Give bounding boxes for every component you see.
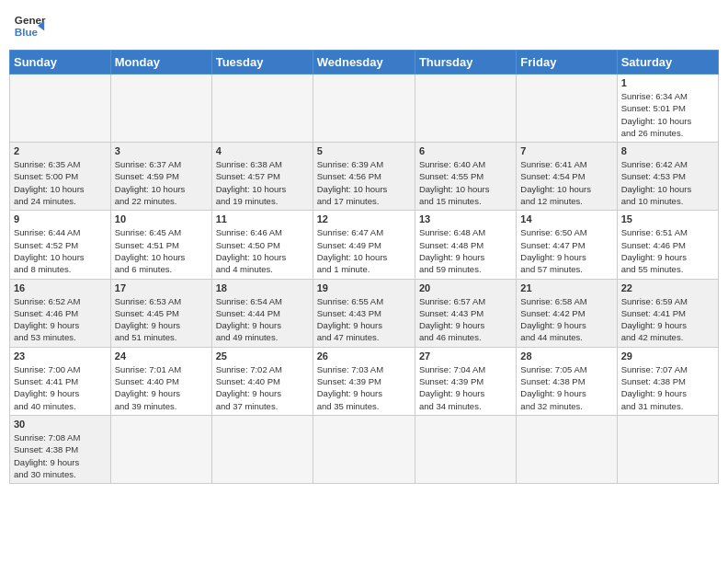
day-info: Sunrise: 6:58 AM Sunset: 4:42 PM Dayligh…	[520, 295, 612, 344]
day-number: 1	[621, 77, 714, 88]
day-number: 28	[520, 350, 612, 362]
logo: General Blue	[13, 9, 46, 42]
day-info: Sunrise: 7:08 AM Sunset: 4:38 PM Dayligh…	[14, 431, 107, 480]
day-info: Sunrise: 6:37 AM Sunset: 4:59 PM Dayligh…	[115, 158, 208, 207]
weekday-header-sunday: Sunday	[10, 51, 111, 75]
day-info: Sunrise: 6:52 AM Sunset: 4:46 PM Dayligh…	[14, 295, 107, 344]
day-number: 14	[520, 213, 612, 224]
day-info: Sunrise: 6:42 AM Sunset: 4:53 PM Dayligh…	[621, 158, 714, 207]
calendar-cell	[517, 75, 617, 143]
day-info: Sunrise: 6:55 AM Sunset: 4:43 PM Dayligh…	[317, 295, 411, 344]
calendar-cell: 2Sunrise: 6:35 AM Sunset: 5:00 PM Daylig…	[10, 143, 111, 211]
day-number: 5	[317, 145, 411, 156]
calendar-week-row-6: 30Sunrise: 7:08 AM Sunset: 4:38 PM Dayli…	[10, 415, 719, 483]
day-info: Sunrise: 7:05 AM Sunset: 4:38 PM Dayligh…	[520, 363, 612, 412]
calendar-cell: 12Sunrise: 6:47 AM Sunset: 4:49 PM Dayli…	[313, 211, 415, 279]
day-info: Sunrise: 6:57 AM Sunset: 4:43 PM Dayligh…	[419, 295, 512, 344]
calendar-cell: 4Sunrise: 6:38 AM Sunset: 4:57 PM Daylig…	[211, 143, 313, 211]
day-number: 7	[520, 145, 612, 156]
generalblue-logo-icon: General Blue	[13, 9, 46, 42]
weekday-header-saturday: Saturday	[617, 51, 718, 75]
calendar-cell: 6Sunrise: 6:40 AM Sunset: 4:55 PM Daylig…	[415, 143, 516, 211]
calendar-cell: 22Sunrise: 6:59 AM Sunset: 4:41 PM Dayli…	[617, 279, 718, 347]
day-info: Sunrise: 6:44 AM Sunset: 4:52 PM Dayligh…	[14, 226, 107, 275]
day-number: 19	[317, 282, 411, 293]
day-number: 27	[419, 350, 512, 362]
weekday-header-tuesday: Tuesday	[211, 51, 313, 75]
page-header: General Blue	[9, 9, 719, 42]
day-info: Sunrise: 7:03 AM Sunset: 4:39 PM Dayligh…	[317, 363, 411, 412]
calendar-week-row-2: 2Sunrise: 6:35 AM Sunset: 5:00 PM Daylig…	[10, 143, 719, 211]
calendar-cell	[415, 75, 516, 143]
calendar-cell: 17Sunrise: 6:53 AM Sunset: 4:45 PM Dayli…	[110, 279, 211, 347]
calendar-week-row-1: 1Sunrise: 6:34 AM Sunset: 5:01 PM Daylig…	[10, 75, 719, 143]
calendar-cell: 20Sunrise: 6:57 AM Sunset: 4:43 PM Dayli…	[415, 279, 516, 347]
day-info: Sunrise: 6:47 AM Sunset: 4:49 PM Dayligh…	[317, 226, 411, 275]
calendar-cell: 26Sunrise: 7:03 AM Sunset: 4:39 PM Dayli…	[313, 347, 415, 415]
calendar-table: SundayMondayTuesdayWednesdayThursdayFrid…	[9, 50, 719, 484]
calendar-cell: 1Sunrise: 6:34 AM Sunset: 5:01 PM Daylig…	[617, 75, 718, 143]
day-info: Sunrise: 6:35 AM Sunset: 5:00 PM Dayligh…	[14, 158, 107, 207]
calendar-cell	[211, 415, 313, 483]
day-info: Sunrise: 6:45 AM Sunset: 4:51 PM Dayligh…	[115, 226, 208, 275]
calendar-cell: 24Sunrise: 7:01 AM Sunset: 4:40 PM Dayli…	[110, 347, 211, 415]
calendar-cell: 7Sunrise: 6:41 AM Sunset: 4:54 PM Daylig…	[517, 143, 617, 211]
day-number: 15	[621, 213, 714, 224]
day-number: 9	[14, 213, 107, 224]
day-number: 12	[317, 213, 411, 224]
day-number: 24	[115, 350, 208, 362]
day-number: 30	[14, 419, 107, 430]
day-info: Sunrise: 7:01 AM Sunset: 4:40 PM Dayligh…	[115, 363, 208, 412]
weekday-header-friday: Friday	[517, 51, 617, 75]
calendar-cell: 11Sunrise: 6:46 AM Sunset: 4:50 PM Dayli…	[211, 211, 313, 279]
weekday-header-monday: Monday	[110, 51, 211, 75]
calendar-cell	[110, 415, 211, 483]
calendar-week-row-3: 9Sunrise: 6:44 AM Sunset: 4:52 PM Daylig…	[10, 211, 719, 279]
day-number: 3	[115, 145, 208, 156]
calendar-cell: 5Sunrise: 6:39 AM Sunset: 4:56 PM Daylig…	[313, 143, 415, 211]
day-number: 6	[419, 145, 512, 156]
day-info: Sunrise: 6:40 AM Sunset: 4:55 PM Dayligh…	[419, 158, 512, 207]
day-number: 10	[115, 213, 208, 224]
calendar-cell	[313, 415, 415, 483]
calendar-cell	[313, 75, 415, 143]
day-info: Sunrise: 6:48 AM Sunset: 4:48 PM Dayligh…	[419, 226, 512, 275]
day-number: 21	[520, 282, 612, 293]
calendar-cell: 23Sunrise: 7:00 AM Sunset: 4:41 PM Dayli…	[10, 347, 111, 415]
calendar-cell	[211, 75, 313, 143]
day-info: Sunrise: 6:53 AM Sunset: 4:45 PM Dayligh…	[115, 295, 208, 344]
calendar-cell	[517, 415, 617, 483]
calendar-cell	[617, 415, 718, 483]
day-number: 29	[621, 350, 714, 362]
day-number: 22	[621, 282, 714, 293]
calendar-cell: 3Sunrise: 6:37 AM Sunset: 4:59 PM Daylig…	[110, 143, 211, 211]
day-number: 11	[216, 213, 309, 224]
day-number: 17	[115, 282, 208, 293]
weekday-header-row: SundayMondayTuesdayWednesdayThursdayFrid…	[10, 51, 719, 75]
calendar-week-row-4: 16Sunrise: 6:52 AM Sunset: 4:46 PM Dayli…	[10, 279, 719, 347]
calendar-cell: 18Sunrise: 6:54 AM Sunset: 4:44 PM Dayli…	[211, 279, 313, 347]
day-info: Sunrise: 7:04 AM Sunset: 4:39 PM Dayligh…	[419, 363, 512, 412]
day-info: Sunrise: 7:02 AM Sunset: 4:40 PM Dayligh…	[216, 363, 309, 412]
calendar-cell: 15Sunrise: 6:51 AM Sunset: 4:46 PM Dayli…	[617, 211, 718, 279]
calendar-cell: 25Sunrise: 7:02 AM Sunset: 4:40 PM Dayli…	[211, 347, 313, 415]
day-info: Sunrise: 6:50 AM Sunset: 4:47 PM Dayligh…	[520, 226, 612, 275]
day-info: Sunrise: 6:59 AM Sunset: 4:41 PM Dayligh…	[621, 295, 714, 344]
weekday-header-wednesday: Wednesday	[313, 51, 415, 75]
calendar-cell: 28Sunrise: 7:05 AM Sunset: 4:38 PM Dayli…	[517, 347, 617, 415]
day-info: Sunrise: 6:54 AM Sunset: 4:44 PM Dayligh…	[216, 295, 309, 344]
day-number: 26	[317, 350, 411, 362]
calendar-cell: 14Sunrise: 6:50 AM Sunset: 4:47 PM Dayli…	[517, 211, 617, 279]
day-number: 23	[14, 350, 107, 362]
day-number: 16	[14, 282, 107, 293]
day-info: Sunrise: 7:07 AM Sunset: 4:38 PM Dayligh…	[621, 363, 714, 412]
day-info: Sunrise: 6:39 AM Sunset: 4:56 PM Dayligh…	[317, 158, 411, 207]
calendar-cell	[415, 415, 516, 483]
day-info: Sunrise: 6:41 AM Sunset: 4:54 PM Dayligh…	[520, 158, 612, 207]
calendar-cell: 30Sunrise: 7:08 AM Sunset: 4:38 PM Dayli…	[10, 415, 111, 483]
calendar-cell: 16Sunrise: 6:52 AM Sunset: 4:46 PM Dayli…	[10, 279, 111, 347]
day-info: Sunrise: 6:46 AM Sunset: 4:50 PM Dayligh…	[216, 226, 309, 275]
calendar-cell	[110, 75, 211, 143]
calendar-cell: 29Sunrise: 7:07 AM Sunset: 4:38 PM Dayli…	[617, 347, 718, 415]
svg-text:Blue: Blue	[15, 26, 39, 38]
